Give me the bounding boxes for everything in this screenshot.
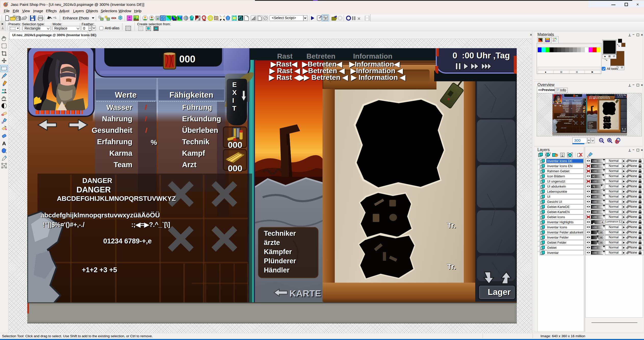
- svg-text:A: A: [2, 140, 6, 146]
